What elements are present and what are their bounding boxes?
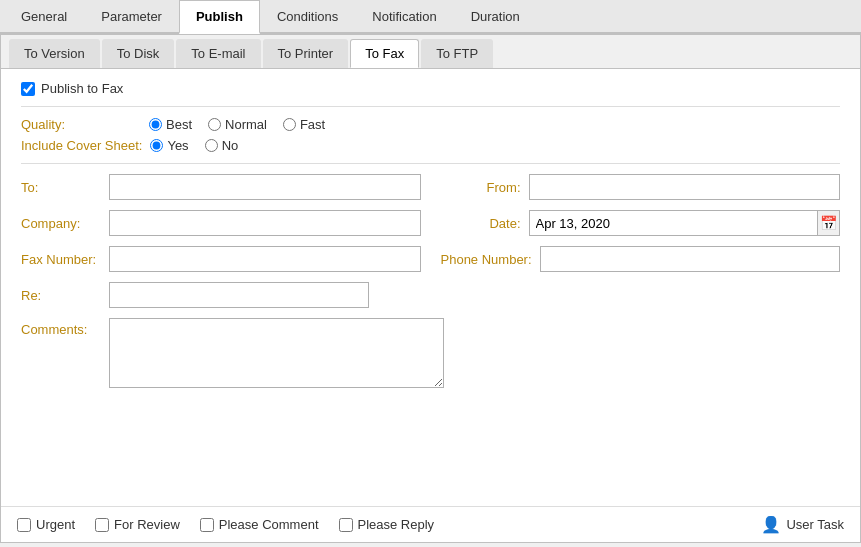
comments-label: Comments: [21, 318, 101, 337]
please-reply-checkbox[interactable] [339, 518, 353, 532]
cover-sheet-no-radio[interactable] [205, 139, 218, 152]
from-field-group: From: [441, 174, 841, 200]
date-field-group: Date: 📅 [441, 210, 841, 236]
from-input[interactable] [529, 174, 841, 200]
quality-label: Quality: [21, 117, 141, 132]
publish-fax-row: Publish to Fax [21, 81, 840, 107]
please-comment-label: Please Comment [219, 517, 319, 532]
to-field-group: To: [21, 174, 421, 200]
cover-sheet-row: Include Cover Sheet: Yes No [21, 138, 840, 153]
calendar-icon[interactable]: 📅 [818, 210, 840, 236]
subtab-to-disk[interactable]: To Disk [102, 39, 175, 68]
cover-sheet-no[interactable]: No [205, 138, 239, 153]
publish-fax-checkbox[interactable] [21, 82, 35, 96]
fax-label: Fax Number: [21, 252, 101, 267]
bottom-bar: Urgent For Review Please Comment Please … [1, 506, 860, 542]
for-review-label: For Review [114, 517, 180, 532]
tab-conditions[interactable]: Conditions [260, 0, 355, 34]
urgent-check-item[interactable]: Urgent [17, 517, 75, 532]
subtab-to-email[interactable]: To E-mail [176, 39, 260, 68]
cover-sheet-radio-group: Yes No [150, 138, 238, 153]
quality-fast[interactable]: Fast [283, 117, 325, 132]
company-label: Company: [21, 216, 101, 231]
form-area: Publish to Fax Quality: Best Normal [1, 69, 860, 506]
subtab-to-printer[interactable]: To Printer [263, 39, 349, 68]
user-task-button[interactable]: 👤 User Task [761, 515, 844, 534]
urgent-label: Urgent [36, 517, 75, 532]
comments-row: Comments: [21, 318, 840, 388]
fields-section: To: From: Company: Date: [21, 174, 840, 388]
phone-input[interactable] [540, 246, 840, 272]
please-reply-check-item[interactable]: Please Reply [339, 517, 435, 532]
cover-sheet-yes-radio[interactable] [150, 139, 163, 152]
company-date-row: Company: Date: 📅 [21, 210, 840, 236]
for-review-checkbox[interactable] [95, 518, 109, 532]
quality-fast-radio[interactable] [283, 118, 296, 131]
date-input[interactable] [529, 210, 819, 236]
quality-row: Quality: Best Normal Fast [21, 117, 840, 132]
comments-textarea[interactable] [109, 318, 444, 388]
cover-sheet-no-label: No [222, 138, 239, 153]
phone-label: Phone Number: [441, 252, 532, 267]
fax-phone-row: Fax Number: Phone Number: [21, 246, 840, 272]
cover-sheet-yes-label: Yes [167, 138, 188, 153]
please-comment-check-item[interactable]: Please Comment [200, 517, 319, 532]
to-label: To: [21, 180, 101, 195]
from-label: From: [441, 180, 521, 195]
subtab-to-fax[interactable]: To Fax [350, 39, 419, 68]
quality-best[interactable]: Best [149, 117, 192, 132]
fax-field-group: Fax Number: [21, 246, 421, 272]
tab-publish[interactable]: Publish [179, 0, 260, 34]
user-task-icon: 👤 [761, 515, 781, 534]
fax-input[interactable] [109, 246, 421, 272]
subtab-to-version[interactable]: To Version [9, 39, 100, 68]
tab-general[interactable]: General [4, 0, 84, 34]
cover-sheet-yes[interactable]: Yes [150, 138, 188, 153]
tab-notification[interactable]: Notification [355, 0, 453, 34]
re-row: Re: [21, 282, 840, 308]
phone-field-group: Phone Number: [441, 246, 841, 272]
please-reply-label: Please Reply [358, 517, 435, 532]
main-content: To Version To Disk To E-mail To Printer … [0, 34, 861, 543]
re-input[interactable] [109, 282, 369, 308]
user-task-label: User Task [786, 517, 844, 532]
quality-best-label: Best [166, 117, 192, 132]
to-input[interactable] [109, 174, 421, 200]
company-input[interactable] [109, 210, 421, 236]
quality-normal-label: Normal [225, 117, 267, 132]
please-comment-checkbox[interactable] [200, 518, 214, 532]
check-group: Urgent For Review Please Comment Please … [17, 517, 434, 532]
quality-radio-group: Best Normal Fast [149, 117, 325, 132]
publish-fax-label: Publish to Fax [41, 81, 123, 96]
subtab-to-ftp[interactable]: To FTP [421, 39, 493, 68]
company-field-group: Company: [21, 210, 421, 236]
sub-tab-bar: To Version To Disk To E-mail To Printer … [1, 35, 860, 69]
re-label: Re: [21, 288, 101, 303]
options-section: Quality: Best Normal Fast [21, 117, 840, 164]
to-from-row: To: From: [21, 174, 840, 200]
quality-normal[interactable]: Normal [208, 117, 267, 132]
quality-best-radio[interactable] [149, 118, 162, 131]
top-tab-bar: General Parameter Publish Conditions Not… [0, 0, 861, 34]
date-wrapper: 📅 [529, 210, 841, 236]
date-label: Date: [441, 216, 521, 231]
quality-fast-label: Fast [300, 117, 325, 132]
cover-sheet-label: Include Cover Sheet: [21, 138, 142, 153]
tab-duration[interactable]: Duration [454, 0, 537, 34]
urgent-checkbox[interactable] [17, 518, 31, 532]
tab-parameter[interactable]: Parameter [84, 0, 179, 34]
quality-normal-radio[interactable] [208, 118, 221, 131]
for-review-check-item[interactable]: For Review [95, 517, 180, 532]
